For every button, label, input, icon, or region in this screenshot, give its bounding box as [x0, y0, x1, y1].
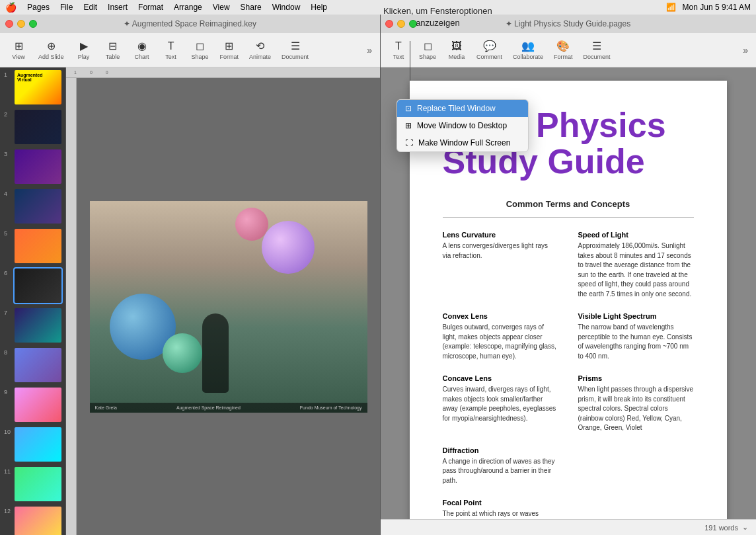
toolbar-add-slide[interactable]: ⊕ Add Slide [34, 37, 68, 63]
keynote-close-button[interactable] [5, 20, 13, 28]
pages-toolbar-shape[interactable]: ◻ Shape [414, 37, 441, 63]
term-title-concave-lens: Concave Lens [443, 374, 558, 382]
keynote-window: ✦ Augmented Space Reimagined.key ⊞ View … [0, 15, 380, 535]
menu-pages[interactable]: Pages [27, 3, 50, 12]
menu-view[interactable]: View [213, 3, 230, 12]
slide-panel: 1 AugmentedVirtual 2 3 4 5 [0, 67, 66, 535]
toolbar-text[interactable]: T Text [158, 38, 184, 63]
menu-insert[interactable]: Insert [108, 3, 128, 12]
menu-file[interactable]: File [60, 3, 73, 12]
pages-toolbar-format[interactable]: 🎨 Format [550, 37, 577, 63]
text-icon: T [168, 40, 174, 52]
wifi-icon: 📶 [666, 3, 676, 12]
keynote-title: ✦ Augmented Space Reimagined.key [124, 19, 256, 28]
term-lens-curvature: Lens Curvature A lens converges/diverges… [443, 231, 558, 299]
term-title-prisms: Prisms [578, 374, 694, 382]
toolbar-more-button[interactable]: » [364, 42, 375, 58]
table-icon: ⊟ [108, 40, 117, 52]
slide-thumb-3[interactable]: 3 [0, 147, 65, 186]
context-menu: ⊡ Replace Tiled Window ⊞ Move Window to … [397, 99, 529, 152]
toolbar-chart[interactable]: ◉ Chart [129, 37, 155, 63]
menu-arrange[interactable]: Arrange [174, 3, 202, 12]
slide-thumb-9[interactable]: 9 [0, 385, 65, 425]
slide-image-3 [15, 149, 61, 184]
fullscreen-label: Make Window Full Screen [418, 138, 510, 147]
doc-divider [443, 217, 694, 218]
fullscreen-icon: ⛶ [405, 138, 413, 147]
menubar-right: 📶 Mon Jun 5 9:41 AM [666, 3, 751, 12]
pages-toolbar-media[interactable]: 🖼 Media [443, 38, 470, 63]
datetime: Mon Jun 5 9:41 AM [683, 3, 751, 12]
pages-toolbar-more[interactable]: » [740, 42, 751, 58]
pages-minimize-button[interactable] [397, 20, 405, 28]
term-body-convex-lens: Bulges outward, converges rays of light,… [443, 323, 558, 361]
pages-comment-icon: 💬 [483, 40, 496, 52]
term-title-visible-light: Visible Light Spectrum [578, 312, 694, 320]
term-title-convex-lens: Convex Lens [443, 312, 558, 320]
context-menu-item-fullscreen[interactable]: ⛶ Make Window Full Screen [397, 134, 528, 151]
menu-window[interactable]: Window [272, 3, 301, 12]
slide-thumb-1[interactable]: 1 AugmentedVirtual [0, 67, 65, 107]
slide-thumb-7[interactable]: 7 [0, 306, 65, 345]
pages-toolbar-document[interactable]: ☰ Document [580, 37, 615, 63]
slide-thumb-6[interactable]: 6 [0, 266, 65, 306]
pages-toolbar: T Text ◻ Shape 🖼 Media 💬 Comment 👥 Colla… [380, 33, 756, 67]
toolbar-animate[interactable]: ⟲ Animate [245, 37, 275, 63]
doc-subtitle: Common Terms and Concepts [443, 199, 694, 209]
menu-edit[interactable]: Edit [83, 3, 97, 12]
slide-image-9 [15, 388, 61, 422]
context-menu-item-move[interactable]: ⊞ Move Window to Desktop [397, 117, 528, 134]
pages-toolbar-comment[interactable]: 💬 Comment [472, 37, 506, 63]
context-menu-item-replace[interactable]: ⊡ Replace Tiled Window [397, 100, 528, 117]
slide-thumb-4[interactable]: 4 [0, 186, 65, 226]
pages-window: ✦ Light Physics Study Guide.pages T Text… [380, 15, 756, 535]
toolbar-shape[interactable]: ◻ Shape [187, 37, 213, 63]
menu-share[interactable]: Share [241, 3, 262, 12]
move-window-icon: ⊞ [405, 121, 412, 130]
ruler-left [66, 78, 77, 535]
toolbar-table[interactable]: ⊟ Table [100, 37, 126, 63]
caption-right: Fundo Museum of Technology [300, 405, 362, 410]
apple-menu[interactable]: 🍎 [5, 2, 17, 13]
person-silhouette [202, 313, 229, 393]
shape-icon: ◻ [196, 40, 204, 52]
word-count: 191 words [704, 524, 738, 532]
slide-thumb-11[interactable]: 11 [0, 464, 65, 504]
replace-tiled-icon: ⊡ [405, 104, 412, 113]
term-body-focal-point: The point at which rays or waves converg… [443, 509, 558, 519]
slide-image-4 [15, 189, 61, 224]
menu-help[interactable]: Help [311, 3, 327, 12]
slide-thumb-5[interactable]: 5 [0, 226, 65, 266]
slide-thumb-10[interactable]: 10 [0, 425, 65, 464]
keynote-canvas: 1 0 0 Kate Grela Augmented Space Reimagi [66, 67, 380, 535]
slide-photo: Kate Grela Augmented Space Reimagined Fu… [90, 201, 367, 413]
menu-format[interactable]: Format [138, 3, 163, 12]
slide-thumb-2[interactable]: 2 [0, 107, 65, 147]
sphere-purple [262, 221, 315, 274]
term-title-focal-point: Focal Point [443, 499, 558, 507]
slide-thumb-12[interactable]: 12 [0, 504, 65, 535]
pages-toolbar-collaborate[interactable]: 👥 Collaborate [509, 37, 547, 63]
term-visible-light: Visible Light Spectrum The narrow band o… [578, 312, 694, 361]
pages-format-icon: 🎨 [556, 40, 570, 52]
menubar: 🍎 Pages File Edit Insert Format Arrange … [0, 0, 756, 15]
slide-image-2 [15, 110, 61, 144]
pages-close-button[interactable] [385, 20, 393, 28]
keynote-fullscreen-button[interactable] [29, 20, 37, 28]
view-icon: ⊞ [15, 40, 23, 52]
toolbar-format[interactable]: ⊞ Format [216, 37, 243, 63]
caption-center: Augmented Space Reimagined [176, 405, 241, 410]
term-empty-1 [578, 446, 694, 486]
slide-caption: Kate Grela Augmented Space Reimagined Fu… [90, 403, 367, 413]
document-icon: ☰ [291, 40, 300, 52]
caption-left: Kate Grela [95, 405, 117, 410]
toolbar-view[interactable]: ⊞ View [5, 37, 32, 63]
term-empty-2 [578, 499, 694, 519]
pages-toolbar-text[interactable]: T Text [385, 38, 412, 63]
keynote-minimize-button[interactable] [17, 20, 25, 28]
toolbar-document[interactable]: ☰ Document [278, 37, 313, 63]
slide-thumb-8[interactable]: 8 [0, 345, 65, 385]
chart-icon: ◉ [137, 40, 147, 52]
toolbar-play[interactable]: ▶ Play [71, 37, 97, 63]
pages-fullscreen-button[interactable] [409, 20, 417, 28]
